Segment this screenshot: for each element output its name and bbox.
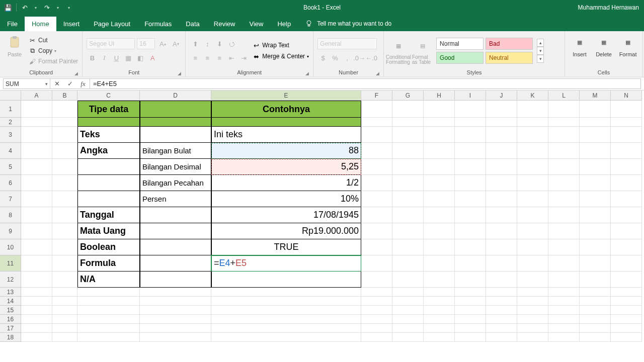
- column-header-L[interactable]: L: [548, 90, 580, 101]
- cell-K4[interactable]: [517, 143, 548, 159]
- cell-M8[interactable]: [580, 207, 611, 223]
- percent-format-button[interactable]: %: [330, 52, 341, 63]
- cell-I5[interactable]: [455, 159, 486, 175]
- cell-F3[interactable]: [361, 127, 392, 143]
- cell-F7[interactable]: [361, 191, 392, 207]
- cell-F5[interactable]: [361, 159, 392, 175]
- cell-J5[interactable]: [486, 159, 517, 175]
- row-header-9[interactable]: 9: [0, 223, 21, 239]
- cell-N12[interactable]: [611, 272, 642, 288]
- align-center-button[interactable]: ≡: [202, 52, 213, 63]
- cell-N14[interactable]: [611, 297, 642, 306]
- style-neutral[interactable]: Neutral: [486, 52, 533, 64]
- cell-B8[interactable]: [52, 207, 77, 223]
- cell-M3[interactable]: [580, 127, 611, 143]
- cell-B16[interactable]: [52, 315, 77, 324]
- cell-N8[interactable]: [611, 207, 642, 223]
- cell-E11[interactable]: =E4+E5: [211, 255, 361, 272]
- cell-J10[interactable]: [486, 239, 517, 255]
- cell-K14[interactable]: [517, 297, 548, 306]
- align-top-button[interactable]: ⬆: [190, 38, 201, 49]
- cell-E1[interactable]: Contohnya: [211, 101, 361, 118]
- cell-D16[interactable]: [140, 315, 211, 324]
- cell-J7[interactable]: [486, 191, 517, 207]
- cell-J17[interactable]: [486, 324, 517, 333]
- cell-I12[interactable]: [455, 272, 486, 288]
- cell-N11[interactable]: [611, 255, 642, 272]
- cell-B7[interactable]: [52, 191, 77, 207]
- merge-center-button[interactable]: ⬌Merge & Center▾: [252, 52, 309, 60]
- cell-I3[interactable]: [455, 127, 486, 143]
- column-header-E[interactable]: E: [211, 90, 361, 101]
- fill-color-button[interactable]: ◧: [135, 52, 146, 63]
- qat-customize[interactable]: ▾: [65, 4, 73, 12]
- column-header-D[interactable]: D: [140, 90, 211, 101]
- cell-B11[interactable]: [52, 255, 77, 272]
- insert-function-button[interactable]: fx: [76, 80, 90, 88]
- column-header-J[interactable]: J: [486, 90, 517, 101]
- cell-M13[interactable]: [580, 288, 611, 297]
- cell-K16[interactable]: [517, 315, 548, 324]
- font-launcher[interactable]: ◢: [178, 71, 181, 76]
- cell-H9[interactable]: [424, 223, 455, 239]
- cell-G2[interactable]: [392, 118, 424, 127]
- cell-L14[interactable]: [548, 297, 580, 306]
- cell-J13[interactable]: [486, 288, 517, 297]
- tab-home[interactable]: Home: [25, 17, 56, 31]
- formula-input[interactable]: =E4+E5: [90, 78, 641, 89]
- cell-B5[interactable]: [52, 159, 77, 175]
- cell-I15[interactable]: [455, 306, 486, 315]
- style-good[interactable]: Good: [436, 52, 484, 64]
- cell-A16[interactable]: [21, 315, 52, 324]
- cell-E12[interactable]: [211, 272, 361, 288]
- decrease-decimal-button[interactable]: ←.0: [366, 52, 377, 63]
- cell-G13[interactable]: [392, 288, 424, 297]
- tab-file[interactable]: File: [0, 17, 25, 31]
- cell-D13[interactable]: [140, 288, 211, 297]
- cell-M14[interactable]: [580, 297, 611, 306]
- cell-E13[interactable]: [211, 288, 361, 297]
- cell-M7[interactable]: [580, 191, 611, 207]
- cell-C6[interactable]: [77, 175, 140, 191]
- row-header-15[interactable]: 15: [0, 306, 21, 315]
- cell-D14[interactable]: [140, 297, 211, 306]
- cell-N13[interactable]: [611, 288, 642, 297]
- row-header-1[interactable]: 1: [0, 101, 21, 118]
- cell-D3[interactable]: [140, 127, 211, 143]
- cell-E8[interactable]: 17/08/1945: [211, 207, 361, 223]
- cell-K9[interactable]: [517, 223, 548, 239]
- cell-D15[interactable]: [140, 306, 211, 315]
- cell-K8[interactable]: [517, 207, 548, 223]
- cell-H15[interactable]: [424, 306, 455, 315]
- row-header-6[interactable]: 6: [0, 175, 21, 191]
- cell-C3[interactable]: Teks: [77, 127, 140, 143]
- cell-H13[interactable]: [424, 288, 455, 297]
- cell-F15[interactable]: [361, 306, 392, 315]
- cell-B13[interactable]: [52, 288, 77, 297]
- cell-D10[interactable]: [140, 239, 211, 255]
- number-launcher[interactable]: ◢: [376, 71, 379, 76]
- cell-N16[interactable]: [611, 315, 642, 324]
- cell-D12[interactable]: [140, 272, 211, 288]
- number-format-select[interactable]: [317, 38, 377, 49]
- cell-E5[interactable]: 5,25: [211, 159, 361, 175]
- row-header-14[interactable]: 14: [0, 297, 21, 306]
- increase-indent-button[interactable]: ⇥: [238, 52, 249, 63]
- cell-E6[interactable]: 1/2: [211, 175, 361, 191]
- cell-F6[interactable]: [361, 175, 392, 191]
- style-gallery-nav[interactable]: ▴▾▾: [537, 39, 544, 63]
- cell-A8[interactable]: [21, 207, 52, 223]
- cell-I7[interactable]: [455, 191, 486, 207]
- delete-cells-button[interactable]: ▦Delete: [593, 33, 614, 68]
- cell-F2[interactable]: [361, 118, 392, 127]
- cell-E17[interactable]: [211, 324, 361, 333]
- decrease-indent-button[interactable]: ⇤: [226, 52, 237, 63]
- cell-J9[interactable]: [486, 223, 517, 239]
- cell-B12[interactable]: [52, 272, 77, 288]
- column-header-I[interactable]: I: [455, 90, 486, 101]
- cell-G11[interactable]: [392, 255, 424, 272]
- style-bad[interactable]: Bad: [486, 38, 533, 50]
- cell-A4[interactable]: [21, 143, 52, 159]
- cell-H11[interactable]: [424, 255, 455, 272]
- spreadsheet-grid[interactable]: ABCDEFGHIJKLMN 1234567891011121314151617…: [0, 90, 644, 362]
